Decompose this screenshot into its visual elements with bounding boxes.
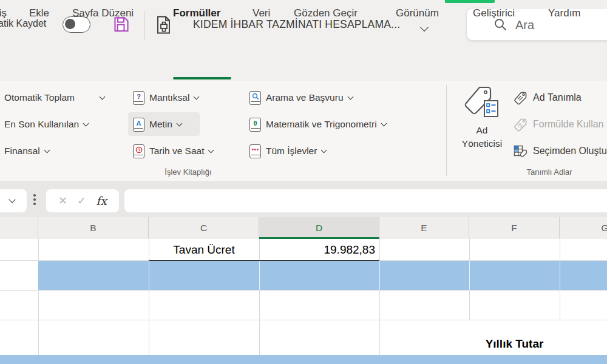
gridline [38, 239, 39, 260]
date-time-button[interactable]: Tarih ve Saat [133, 144, 213, 158]
highlighted-row[interactable] [0, 355, 607, 364]
define-name-button[interactable]: Ad Tanımla [513, 90, 582, 105]
lookup-book-icon [249, 91, 261, 105]
logical-book-icon: ? [133, 91, 144, 105]
print-preview-icon[interactable] [154, 15, 173, 35]
formula-buttons-box: ✕ ✓ fx [46, 189, 119, 212]
excel-window: Otomatik Kaydet KIDEM İHBAR TAZMİNATI HE… [0, 0, 607, 364]
grid-tag-icon [513, 144, 528, 159]
chevron-down-icon [194, 94, 200, 100]
gridline [379, 239, 380, 260]
svg-text:fx: fx [518, 123, 523, 129]
spreadsheet-grid[interactable]: Tavan Ücret 19.982,83 Yıllık Tutar [0, 239, 607, 364]
tab-ekle[interactable]: Ekle [29, 7, 49, 19]
name-manager-tag-icon [460, 85, 504, 124]
column-header-c[interactable]: C [149, 217, 259, 238]
gridline [259, 320, 260, 355]
gridline [469, 261, 470, 290]
math-trig-button[interactable]: θ Matematik ve Trigonometri [249, 117, 386, 132]
column-header-b[interactable]: B [38, 217, 149, 238]
name-box[interactable] [0, 189, 27, 212]
gridline [379, 261, 380, 290]
name-manager-button[interactable]: Ad Yöneticisi [455, 85, 509, 165]
gridline [469, 239, 470, 260]
theta-book-icon: θ [249, 118, 261, 132]
gridline [259, 261, 260, 290]
all-functions-button[interactable]: ••• Tüm İşlevler [249, 144, 326, 158]
tab-veri[interactable]: Veri [253, 7, 270, 19]
gridline [149, 290, 149, 320]
tag-icon [513, 90, 528, 106]
gridline [469, 290, 470, 320]
tab-gelistirici[interactable]: Geliştirici [473, 7, 515, 19]
column-header-d[interactable]: D [259, 217, 379, 238]
use-in-formula-button: fx Formülde Kullan [513, 117, 604, 132]
column-header-f[interactable]: F [469, 217, 560, 238]
formula-input[interactable] [124, 189, 607, 212]
gridline [379, 290, 380, 320]
tab-sayfa-duzeni[interactable]: Sayfa Düzeni [72, 7, 134, 19]
title-chevron-down-icon[interactable] [421, 22, 427, 33]
name-box-chevron-icon[interactable] [8, 196, 15, 203]
chevron-down-icon [44, 147, 50, 153]
gridline [149, 261, 149, 290]
text-book-icon: A [133, 118, 144, 132]
gridline [38, 320, 39, 355]
enter-icon[interactable]: ✓ [77, 194, 86, 207]
document-title[interactable]: KIDEM İHBAR TAZMİNATI HESAPLAMA... [193, 18, 400, 31]
formula-bar-drag-handle[interactable] [33, 194, 36, 205]
search-icon [493, 18, 507, 34]
cell-f4[interactable]: Yıllık Tutar [469, 320, 560, 355]
gridline [0, 290, 607, 291]
lookup-reference-button[interactable]: Arama ve Başvuru [249, 90, 353, 105]
clock-book-icon [133, 144, 144, 158]
create-from-selection-button[interactable]: Seçimden Oluştur [513, 144, 607, 158]
group-label-function-library: İşlev Kitaplığı [140, 167, 237, 177]
autosum-button[interactable]: Otomatik Toplam [4, 90, 104, 105]
presence-accent-bar [445, 0, 495, 3]
tab-yardim[interactable]: Yardım [548, 7, 581, 19]
chevron-down-icon [176, 121, 182, 127]
autosave-label: Otomatik Kaydet [0, 18, 46, 29]
column-header-g[interactable]: G [560, 217, 607, 238]
column-header-e[interactable]: E [379, 217, 469, 238]
chevron-down-icon [347, 94, 353, 100]
tab-gorunum[interactable]: Görünüm [396, 7, 439, 19]
gridline [149, 320, 149, 355]
gridline [379, 320, 380, 355]
cell-c1[interactable]: Tavan Ücret [149, 239, 259, 260]
chevron-down-icon [100, 94, 106, 100]
tab-formuller[interactable]: Formüller [173, 7, 220, 19]
text-button[interactable]: A Metin [133, 117, 181, 132]
group-label-defined-names: Tanımlı Adlar [513, 167, 586, 177]
chevron-down-icon [381, 121, 387, 127]
financial-button[interactable]: Finansal [4, 144, 49, 158]
ribbon-group-divider [446, 85, 447, 176]
gridline [560, 261, 560, 290]
cell-d1[interactable]: 19.982,83 [259, 239, 379, 260]
gridline [259, 290, 260, 320]
chevron-down-icon [321, 147, 327, 153]
highlighted-row[interactable] [38, 261, 607, 290]
column-header-stub[interactable] [0, 217, 38, 238]
tab-giris[interactable]: Giriş [0, 7, 7, 19]
gridline [560, 290, 560, 320]
titlebar-divider [144, 11, 144, 40]
column-header-row: B C D E F G [0, 217, 607, 240]
cancel-icon[interactable]: ✕ [58, 194, 67, 207]
fx-tag-icon: fx [513, 117, 528, 132]
gridline [38, 290, 39, 320]
gridline [560, 239, 560, 260]
ribbon-tab-row [0, 52, 607, 81]
more-functions-book-icon: ••• [249, 144, 261, 158]
active-tab-underline [173, 77, 231, 79]
chevron-down-icon [208, 147, 214, 153]
logical-button[interactable]: ? Mantıksal [133, 90, 198, 105]
chevron-down-icon [83, 121, 89, 127]
tab-gozden-gecir[interactable]: Gözden Geçir [294, 7, 358, 19]
toggle-knob [65, 19, 75, 29]
insert-function-icon[interactable]: fx [96, 194, 107, 207]
recently-used-button[interactable]: En Son Kullanılan [4, 117, 88, 132]
